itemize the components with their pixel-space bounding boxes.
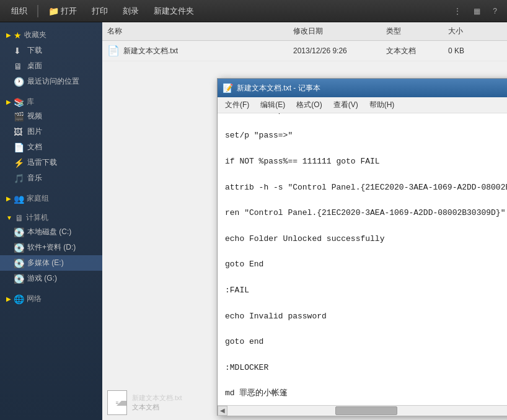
file-row[interactable]: 📄 新建文本文档.txt 2013/12/26 9:26 文本文档 0 KB (102, 41, 507, 61)
menu-format[interactable]: 格式(O) (291, 98, 327, 112)
sidebar-item-music[interactable]: 🎵 音乐 (0, 170, 102, 186)
menu-view[interactable]: 查看(V) (328, 98, 363, 112)
libraries-header[interactable]: ▶ 📚 库 (0, 93, 102, 108)
favorites-icon: ★ (14, 30, 22, 40)
sidebar-item-thunder[interactable]: ⚡ 迅雷下载 (0, 155, 102, 170)
file-size-cell: 0 KB (443, 46, 507, 55)
videos-label: 视频 (27, 111, 42, 121)
network-header[interactable]: ▶ 🌐 网络 (0, 290, 102, 305)
disk-d-label: 软件+资料 (D:) (27, 242, 76, 253)
menu-help[interactable]: 帮助(H) (364, 98, 400, 112)
file-list-header: 名称 修改日期 类型 大小 (102, 22, 507, 41)
disk-c-icon: 💽 (14, 227, 24, 237)
homegroup-icon: 👥 (14, 194, 24, 204)
view-toggle-icon[interactable]: ▦ (469, 4, 485, 18)
main-area: ▶ ★ 收藏夹 ⬇ 下载 🖥 桌面 🕐 最近访问的位置 ▶ 📚 库 🎬 视频 � (0, 22, 507, 420)
file-type-cell: 文本文档 (381, 46, 443, 56)
txt-file-icon: 📄 (107, 45, 120, 57)
music-label: 音乐 (27, 173, 42, 183)
sidebar-item-desktop[interactable]: 🖥 桌面 (0, 58, 102, 74)
homegroup-label: 家庭组 (27, 193, 49, 204)
header-size[interactable]: 大小 (443, 25, 507, 38)
organize-button[interactable]: 组织 (5, 3, 33, 19)
sidebar-item-e[interactable]: 💽 多媒体 (E:) (0, 255, 102, 271)
sidebar: ▶ ★ 收藏夹 ⬇ 下载 🖥 桌面 🕐 最近访问的位置 ▶ 📚 库 🎬 视频 � (0, 22, 102, 420)
computer-arrow: ▼ (6, 214, 12, 221)
hscroll-track[interactable] (227, 406, 507, 416)
menu-file[interactable]: 文件(F) (220, 98, 254, 112)
pictures-label: 图片 (27, 126, 42, 137)
sidebar-item-recent[interactable]: 🕐 最近访问的位置 (0, 74, 102, 89)
menu-icon[interactable]: ⋮ (449, 4, 466, 18)
libraries-label: 库 (27, 97, 34, 107)
disk-e-label: 多媒体 (E:) (27, 258, 64, 268)
desktop-label: 桌面 (27, 61, 42, 71)
new-folder-button[interactable]: 新建文件夹 (148, 3, 200, 19)
sidebar-item-videos[interactable]: 🎬 视频 (0, 108, 102, 124)
sidebar-item-download[interactable]: ⬇ 下载 (0, 43, 102, 58)
favorites-label: 收藏夹 (24, 30, 46, 40)
recent-icon: 🕐 (14, 77, 24, 87)
file-name-cell: 📄 新建文本文档.txt (102, 45, 288, 57)
print-button[interactable]: 打印 (86, 3, 114, 19)
help-icon[interactable]: ? (488, 4, 502, 18)
download-icon: ⬇ (14, 46, 24, 56)
toolbar-right-controls: ⋮ ▦ ? (449, 4, 502, 18)
music-icon: 🎵 (14, 173, 24, 183)
recent-label: 最近访问的位置 (27, 76, 79, 87)
burn-button[interactable]: 刻录 (117, 3, 145, 19)
notepad-content-area: ▲ ▼ (218, 113, 507, 405)
pictures-icon: 🖼 (14, 127, 24, 137)
desktop-icon: 🖥 (14, 61, 24, 71)
network-icon: 🌐 (14, 294, 24, 304)
thunder-label: 迅雷下载 (27, 157, 57, 168)
libraries-arrow: ▶ (6, 98, 11, 105)
video-icon: 🎬 (14, 112, 24, 121)
notepad-titlebar: 📝 新建文本文档.txt - 记事本 ▼ ▭ ✕ (218, 79, 507, 97)
favorites-arrow: ▶ (6, 32, 11, 38)
notepad-window: 📝 新建文本文档.txt - 记事本 ▼ ▭ ✕ 文件(F) 编辑 (217, 78, 507, 416)
disk-e-icon: 💽 (14, 258, 24, 268)
favorites-header[interactable]: ▶ ★ 收藏夹 (0, 27, 102, 43)
header-date[interactable]: 修改日期 (288, 25, 381, 38)
libraries-icon: 📚 (14, 97, 24, 107)
file-name: 新建文本文档.txt (123, 46, 178, 56)
notepad-menubar: 文件(F) 编辑(E) 格式(O) 查看(V) 帮助(H) (218, 97, 507, 113)
new-folder-label: 新建文件夹 (154, 6, 194, 17)
thumb-filetype: 文本文档 (132, 403, 182, 412)
sidebar-item-c[interactable]: 💽 本地磁盘 (C:) (0, 224, 102, 240)
sidebar-item-g[interactable]: 💽 游戏 (G:) (0, 271, 102, 286)
notepad-title: 新建文本文档.txt - 记事本 (237, 83, 507, 94)
bottom-thumbnail: ≡ 新建文本文档.txt 文本文档 (107, 390, 182, 415)
disk-d-icon: 💽 (14, 243, 24, 253)
sidebar-item-d[interactable]: 💽 软件+资料 (D:) (0, 240, 102, 255)
organize-label: 组织 (11, 6, 27, 17)
network-arrow: ▶ (6, 295, 11, 302)
network-label: 网络 (27, 294, 42, 304)
homegroup-header[interactable]: ▶ 👥 家庭组 (0, 190, 102, 205)
open-label: 打开 (61, 6, 77, 17)
hscroll-left-arrow[interactable]: ◀ (218, 406, 227, 416)
disk-g-label: 游戏 (G:) (27, 273, 57, 284)
menu-edit[interactable]: 编辑(E) (255, 98, 290, 112)
computer-icon: 🖥 (15, 213, 24, 223)
disk-g-icon: 💽 (14, 274, 24, 284)
sidebar-item-pictures[interactable]: 🖼 图片 (0, 124, 102, 139)
computer-label: 计算机 (26, 212, 48, 223)
notepad-textarea[interactable] (218, 113, 507, 405)
burn-label: 刻录 (123, 6, 139, 17)
top-toolbar: 组织 📁 打开 打印 刻录 新建文件夹 ⋮ ▦ ? (0, 0, 507, 22)
file-date-cell: 2013/12/26 9:26 (288, 46, 381, 55)
download-label: 下载 (27, 45, 42, 56)
toolbar-divider (37, 5, 38, 17)
header-type[interactable]: 类型 (381, 25, 443, 38)
sidebar-item-docs[interactable]: 📄 文档 (0, 139, 102, 155)
thumb-file-icon: ≡ (107, 390, 127, 415)
computer-header[interactable]: ▼ 🖥 计算机 (0, 209, 102, 224)
homegroup-arrow: ▶ (6, 195, 11, 202)
hscroll-thumb[interactable] (335, 406, 397, 415)
header-name[interactable]: 名称 (102, 25, 288, 38)
thumb-labels: 新建文本文档.txt 文本文档 (132, 393, 182, 412)
horizontal-scrollbar[interactable]: ◀ ▶ (218, 405, 507, 415)
open-button[interactable]: 📁 打开 (42, 3, 83, 19)
